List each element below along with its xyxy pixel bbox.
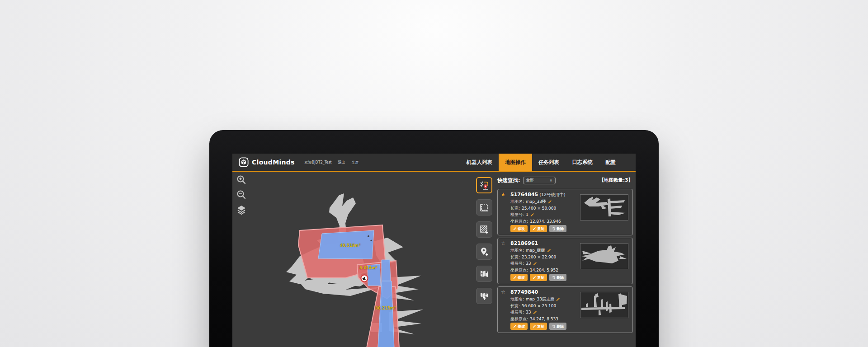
edit-name-icon[interactable] — [548, 200, 552, 204]
edit-map-button[interactable]: 修改 — [510, 323, 528, 330]
map-size-value: 25.400 × 50.000 — [522, 206, 556, 211]
field-label-origin: 坐标原点: — [510, 219, 528, 224]
add-poi-tool[interactable] — [476, 244, 492, 260]
map-name-value: map_33层走廊 — [526, 296, 554, 302]
poi-task-list-tool[interactable] — [476, 177, 492, 193]
field-label-size: 长宽: — [510, 303, 520, 309]
nav-item-config[interactable]: 配置 — [599, 154, 622, 171]
map-floor-value: 33 — [526, 261, 531, 266]
zoom-in-icon[interactable] — [236, 174, 247, 185]
field-label-origin: 坐标原点: — [510, 267, 528, 273]
copy-map-button[interactable]: 复制 — [530, 274, 547, 281]
trash-icon — [552, 227, 556, 230]
edit-floor-icon[interactable] — [530, 213, 534, 217]
nav-item-robot-list[interactable]: 机器人列表 — [460, 154, 499, 171]
edit-floor-icon[interactable] — [533, 310, 537, 314]
copy-map-button[interactable]: 复制 — [530, 225, 547, 232]
map-thumbnail[interactable] — [580, 243, 628, 269]
pencil-icon — [513, 276, 517, 279]
map-card-fields: 地图名:map_腿腿 长宽:23.200 × 22.900 楼层号:33 坐标原… — [510, 248, 558, 273]
field-label-size: 长宽: — [510, 254, 520, 260]
map-card-title: 82186961 — [510, 240, 539, 246]
logout-link[interactable]: 退出 — [338, 160, 345, 165]
map-floor-value: 1 — [526, 212, 528, 217]
map-thumbnail[interactable] — [580, 292, 628, 318]
delete-map-button[interactable]: 删除 — [549, 323, 566, 330]
edit-floor-icon[interactable] — [533, 262, 537, 266]
field-label-name: 地图名: — [510, 248, 524, 253]
edit-name-icon[interactable] — [547, 249, 551, 253]
filter-select[interactable]: 全部 ∨ — [523, 177, 556, 184]
measure-tool[interactable] — [476, 199, 492, 216]
map-floor-value: 33 — [526, 309, 531, 315]
layers-icon[interactable] — [236, 204, 247, 215]
pencil-icon — [533, 324, 536, 328]
main-nav: 机器人列表 地图操作 任务列表 日志系统 配置 — [460, 154, 636, 171]
star-icon[interactable]: ☆ — [501, 289, 505, 295]
map-size-value: 23.200 × 22.900 — [522, 254, 556, 260]
pencil-icon — [513, 324, 517, 328]
map-upload-icon — [479, 291, 489, 301]
checklist-pin-icon — [479, 180, 489, 190]
map-card-fields: 地图名:map_33层走廊 长宽:56.600 × 25.100 楼层号:33 … — [510, 296, 560, 322]
field-label-floor: 楼层号: — [510, 261, 524, 266]
map-edit-toolbar — [476, 177, 492, 304]
map-name-value: map_腿腿 — [526, 248, 545, 253]
map-origin-value: 34.247, 8.533 — [530, 316, 558, 322]
chevron-down-icon: ∨ — [550, 178, 552, 183]
nav-item-task-list[interactable]: 任务列表 — [532, 154, 566, 171]
cloudminds-logo-icon — [239, 157, 249, 167]
map-origin-value: 12.874, 33.946 — [530, 219, 561, 224]
folded-map-x-pin-icon — [479, 269, 489, 279]
filter-select-value: 全部 — [526, 178, 534, 183]
map-in-use-badge: (12号使用中) — [539, 192, 566, 197]
copy-map-button[interactable]: 复制 — [530, 323, 547, 330]
laptop-frame: CloudMinds 欢迎BJDT2_Test 退出 全屏 机器人列表 地图操作… — [209, 130, 659, 347]
delete-map-button[interactable]: 删除 — [549, 225, 566, 232]
map-marker-tool[interactable] — [476, 266, 492, 282]
map-id: 51764845 — [510, 192, 538, 197]
field-label-floor: 楼层号: — [510, 212, 524, 217]
map-size-value: 56.600 × 25.100 — [522, 303, 556, 309]
map-id: 87749840 — [510, 289, 538, 295]
map-thumbnail[interactable] — [580, 194, 628, 220]
trash-icon — [552, 324, 556, 328]
edit-name-icon[interactable] — [556, 297, 560, 301]
top-navbar: CloudMinds 欢迎BJDT2_Test 退出 全屏 机器人列表 地图操作… — [232, 154, 636, 172]
fullscreen-link[interactable]: 全屏 — [351, 160, 359, 165]
map-card-fields: 地图名:map_33楼 长宽:25.400 × 50.000 楼层号:1 坐标原… — [510, 199, 561, 224]
map-canvas[interactable] — [232, 173, 476, 347]
brand: CloudMinds — [239, 157, 295, 167]
welcome-text: 欢迎BJDT2_Test — [305, 160, 332, 165]
map-upload-tool[interactable] — [476, 288, 492, 304]
edit-map-button[interactable]: 修改 — [510, 274, 528, 281]
edit-map-button[interactable]: 修改 — [510, 225, 528, 232]
delete-map-button[interactable]: 删除 — [549, 274, 566, 281]
map-count-label: 【地图数量:3】 — [599, 177, 633, 183]
trash-icon — [552, 276, 556, 279]
map-origin-value: 14.204, 5.952 — [530, 267, 558, 273]
card-buttons: 修改 复制 删除 — [510, 274, 566, 281]
robot-marker[interactable] — [360, 274, 368, 282]
field-label-name: 地图名: — [510, 199, 524, 204]
add-restricted-area-tool[interactable] — [476, 221, 492, 238]
map-id: 82186961 — [510, 240, 538, 246]
map-card-title: 51764845(12号使用中) — [510, 192, 566, 198]
map-name-value: map_33楼 — [526, 199, 546, 204]
field-label-size: 长宽: — [510, 206, 520, 211]
pencil-icon — [533, 276, 536, 279]
brand-name: CloudMinds — [252, 159, 295, 166]
map-zoom-tools — [236, 174, 247, 215]
nav-item-map-operations[interactable]: 地图操作 — [499, 154, 532, 171]
field-label-origin: 坐标原点: — [510, 316, 528, 322]
content-area: 40.519m² 8.614m² 80.215m² — [232, 173, 636, 347]
field-label-floor: 楼层号: — [510, 309, 524, 315]
nav-item-log-system[interactable]: 日志系统 — [566, 154, 599, 171]
star-icon[interactable]: ★ — [501, 192, 505, 197]
field-label-name: 地图名: — [510, 296, 524, 302]
hatched-area-plus-icon — [479, 225, 489, 234]
app-screen: CloudMinds 欢迎BJDT2_Test 退出 全屏 机器人列表 地图操作… — [232, 154, 636, 347]
panel-header: 快速查找: 全部 ∨ 【地图数量:3】 — [497, 175, 633, 186]
zoom-out-icon[interactable] — [236, 189, 247, 200]
star-icon[interactable]: ☆ — [501, 240, 505, 246]
